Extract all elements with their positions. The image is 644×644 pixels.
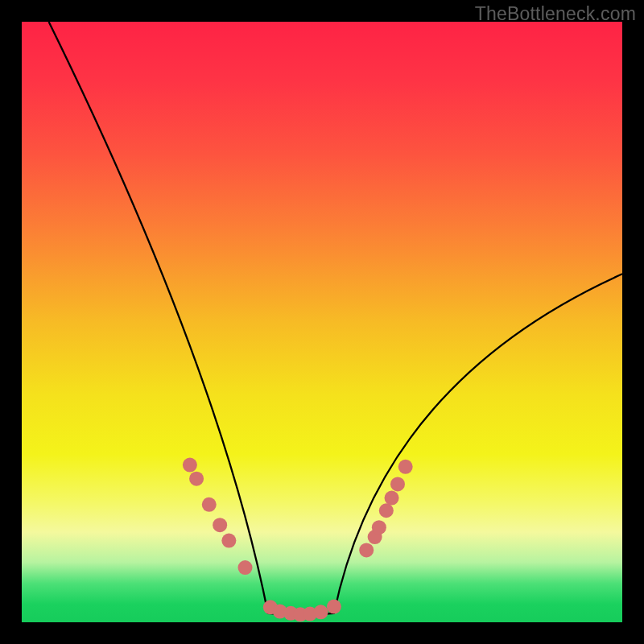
data-marker: [372, 520, 386, 535]
data-marker: [314, 605, 328, 619]
data-marker: [359, 543, 374, 557]
data-marker: [385, 491, 399, 506]
data-marker: [390, 477, 405, 491]
plot-area: [22, 22, 622, 622]
plot-svg: [22, 22, 622, 622]
data-marker: [221, 534, 236, 548]
gradient-background: [22, 22, 622, 622]
data-marker: [327, 600, 341, 614]
chart-frame: TheBottleneck.com: [0, 0, 644, 644]
data-marker: [183, 458, 197, 473]
data-marker: [189, 472, 204, 486]
data-marker: [398, 460, 413, 474]
data-marker: [213, 518, 227, 532]
data-marker: [202, 497, 217, 512]
data-marker: [379, 503, 394, 518]
data-marker: [238, 560, 253, 575]
